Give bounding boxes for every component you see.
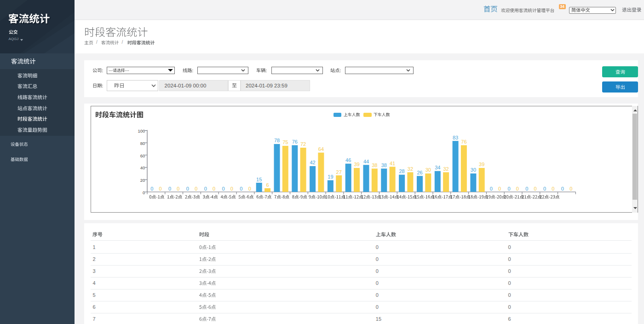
svg-text:0: 0 (525, 186, 528, 191)
svg-text:6: 6 (266, 182, 269, 188)
svg-text:0: 0 (186, 186, 189, 191)
svg-text:15: 15 (256, 177, 262, 182)
svg-text:41: 41 (389, 161, 395, 166)
svg-text:39: 39 (354, 162, 359, 167)
svg-text:30: 30 (470, 167, 476, 173)
svg-text:32: 32 (443, 166, 448, 172)
svg-text:0: 0 (507, 186, 510, 191)
svg-text:19: 19 (328, 174, 333, 179)
svg-text:20: 20 (140, 178, 145, 183)
svg-text:83: 83 (452, 135, 458, 140)
svg-text:42: 42 (310, 160, 315, 165)
svg-text:76: 76 (292, 139, 297, 145)
svg-text:40: 40 (140, 165, 145, 170)
svg-text:28: 28 (399, 168, 404, 174)
svg-text:80: 80 (140, 141, 145, 146)
svg-text:0: 0 (489, 186, 492, 191)
svg-text:0: 0 (168, 186, 171, 191)
svg-text:38: 38 (372, 162, 377, 168)
svg-text:27: 27 (336, 169, 341, 175)
svg-text:0: 0 (204, 186, 207, 191)
svg-text:30: 30 (425, 167, 431, 173)
svg-text:0: 0 (240, 186, 242, 191)
svg-text:75: 75 (282, 139, 288, 145)
svg-text:0: 0 (195, 186, 197, 191)
svg-text:44: 44 (363, 159, 368, 164)
svg-text:38: 38 (381, 162, 386, 168)
svg-text:32: 32 (407, 166, 413, 172)
svg-text:72: 72 (300, 141, 305, 147)
svg-text:0: 0 (248, 186, 251, 191)
svg-text:0: 0 (543, 186, 546, 191)
svg-text:0: 0 (150, 186, 153, 191)
svg-text:0: 0 (516, 186, 518, 191)
svg-text:0: 0 (552, 186, 554, 191)
svg-text:34: 34 (435, 165, 440, 170)
svg-text:76: 76 (461, 139, 466, 145)
svg-text:60: 60 (140, 153, 145, 158)
svg-text:100: 100 (138, 128, 145, 133)
svg-text:26: 26 (417, 170, 422, 175)
svg-text:46: 46 (345, 157, 351, 163)
svg-text:0: 0 (143, 190, 145, 195)
svg-text:0: 0 (177, 186, 179, 191)
svg-text:0: 0 (498, 186, 500, 191)
svg-text:78: 78 (274, 138, 279, 143)
svg-text:0: 0 (569, 186, 572, 191)
svg-text:0: 0 (212, 186, 215, 191)
svg-text:0: 0 (159, 186, 161, 191)
svg-text:0: 0 (222, 186, 224, 191)
svg-text:0: 0 (230, 186, 233, 191)
svg-text:64: 64 (318, 146, 323, 152)
svg-text:39: 39 (479, 162, 484, 167)
svg-text:0: 0 (534, 186, 536, 191)
svg-text:0: 0 (561, 186, 564, 191)
